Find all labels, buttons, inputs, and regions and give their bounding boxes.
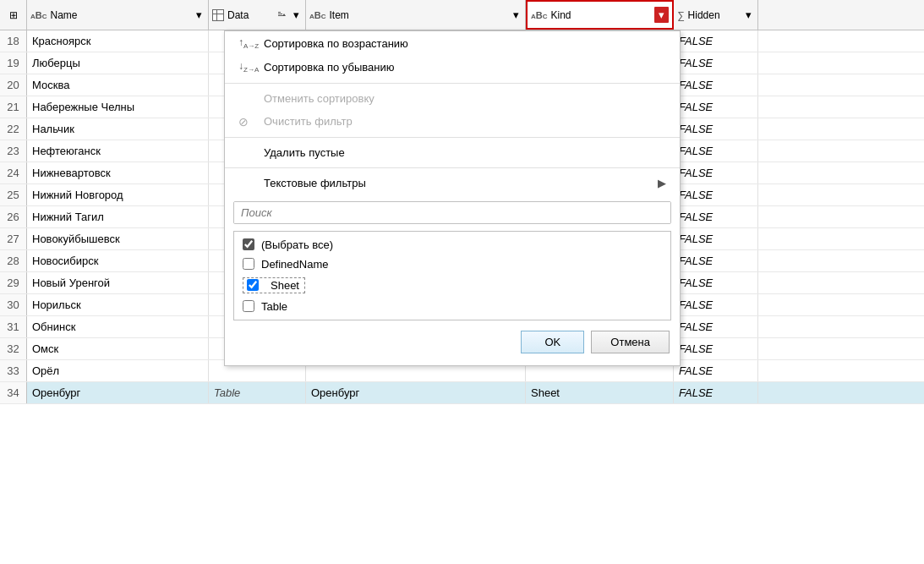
abc-icon-item: ABC xyxy=(309,10,326,20)
data-dropdown-button[interactable]: ▾ xyxy=(291,7,302,23)
cell-name: Набережные Челны xyxy=(27,96,209,118)
cell-index: 32 xyxy=(0,338,27,359)
clear-filter-label: Очистить фильтр xyxy=(264,115,353,128)
text-filters-item[interactable]: Текстовые фильтры ▶ xyxy=(225,172,680,194)
cell-hidden: FALSE xyxy=(674,74,758,96)
defined-name-checkbox[interactable] xyxy=(243,258,254,270)
cell-index: 21 xyxy=(0,96,27,118)
sort-icon-data xyxy=(276,10,287,20)
header-data-label: Data xyxy=(227,9,274,21)
cell-name: Красноярск xyxy=(27,30,209,52)
fx-icon: ∑ xyxy=(677,9,685,21)
checkbox-list: (Выбрать все) DefinedName Sheet Table xyxy=(233,231,671,320)
remove-empty-item[interactable]: Удалить пустые xyxy=(225,141,680,164)
header-name: ABC Name ▾ xyxy=(27,0,209,30)
separator-2 xyxy=(225,137,680,138)
cell-hidden: FALSE xyxy=(674,96,758,118)
abc-icon-kind: ABC xyxy=(531,10,548,20)
select-all-label: (Выбрать все) xyxy=(261,238,333,251)
table-icon: ⊞ xyxy=(9,9,18,21)
submenu-arrow-icon: ▶ xyxy=(658,177,666,189)
table-checkbox[interactable] xyxy=(243,300,254,312)
cell-name: Новый Уренгой xyxy=(27,272,209,293)
header-hidden-label: Hidden xyxy=(688,9,741,21)
sort-desc-icon: ↓Z→A xyxy=(238,60,257,74)
header-row: ⊞ ABC Name ▾ Data ▾ ABC Item ▾ ABC Kind xyxy=(0,0,924,30)
cell-index: 19 xyxy=(0,52,27,74)
header-hidden: ∑ Hidden ▾ xyxy=(674,0,758,30)
defined-name-label: DefinedName xyxy=(261,258,329,271)
kind-filter-button[interactable]: ▾ xyxy=(654,7,669,23)
defined-name-item[interactable]: DefinedName xyxy=(234,255,670,274)
cell-name: Омск xyxy=(27,338,209,359)
cell-kind: Sheet xyxy=(526,382,674,403)
table-row: 34 Оренбург Table Оренбург Sheet FALSE xyxy=(0,382,924,404)
cell-hidden: FALSE xyxy=(674,338,758,359)
select-all-item[interactable]: (Выбрать все) xyxy=(234,235,670,255)
clear-sort-label: Отменить сортировку xyxy=(264,92,375,105)
name-filter-button[interactable]: ▾ xyxy=(194,7,205,23)
separator-3 xyxy=(225,167,680,168)
cell-hidden: FALSE xyxy=(674,206,758,227)
select-all-checkbox[interactable] xyxy=(243,238,254,250)
clear-filter-icon: ⊘ xyxy=(238,115,257,129)
cell-index: 22 xyxy=(0,118,27,140)
remove-empty-label: Удалить пустые xyxy=(264,146,345,159)
cell-hidden: FALSE xyxy=(674,228,758,249)
cell-index: 26 xyxy=(0,206,27,227)
header-item: ABC Item ▾ xyxy=(306,0,526,30)
sort-desc-label: Сортировка по убыванию xyxy=(264,61,394,74)
kind-dropdown-menu: ↑A→Z Сортировка по возрастанию ↓Z→A Сорт… xyxy=(224,30,681,366)
cell-name: Орёл xyxy=(27,360,209,381)
header-item-label: Item xyxy=(330,9,509,21)
cell-name: Новокуйбышевск xyxy=(27,228,209,249)
search-box xyxy=(233,201,671,224)
table-icon-data xyxy=(212,9,224,21)
sheet-label: Sheet xyxy=(271,279,299,292)
cell-name: Норильск xyxy=(27,294,209,315)
cell-hidden: FALSE xyxy=(674,184,758,205)
dialog-buttons: OK Отмена xyxy=(225,324,680,357)
abc-icon-name: ABC xyxy=(30,10,47,20)
cell-hidden: FALSE xyxy=(674,360,758,381)
sort-desc-item[interactable]: ↓Z→A Сортировка по убыванию xyxy=(225,55,680,79)
cell-hidden: FALSE xyxy=(674,30,758,52)
data-filter-button[interactable] xyxy=(274,8,289,22)
table-label: Table xyxy=(261,300,287,313)
header-name-label: Name xyxy=(51,9,192,21)
item-filter-button[interactable]: ▾ xyxy=(511,7,522,23)
cell-name: Москва xyxy=(27,74,209,96)
cancel-button[interactable]: Отмена xyxy=(591,331,670,353)
sheet-checkbox-wrapper: Sheet xyxy=(243,277,305,293)
sort-asc-label: Сортировка по возрастанию xyxy=(264,37,408,50)
cell-name: Нижневартовск xyxy=(27,162,209,183)
header-kind-label: Kind xyxy=(551,9,653,21)
sheet-checkbox[interactable] xyxy=(247,279,259,291)
table-item[interactable]: Table xyxy=(234,297,670,316)
cell-index: 28 xyxy=(0,250,27,271)
hidden-filter-button[interactable]: ▾ xyxy=(743,7,754,23)
cell-name: Люберцы xyxy=(27,52,209,74)
cell-index: 34 xyxy=(0,382,27,403)
cell-index: 23 xyxy=(0,140,27,162)
cell-hidden: FALSE xyxy=(674,294,758,315)
cell-index: 33 xyxy=(0,360,27,381)
separator-1 xyxy=(225,83,680,84)
cell-hidden: FALSE xyxy=(674,316,758,337)
cell-hidden: FALSE xyxy=(674,140,758,162)
clear-sort-item[interactable]: Отменить сортировку xyxy=(225,87,680,110)
sort-asc-icon: ↑A→Z xyxy=(238,36,257,50)
ok-button[interactable]: OK xyxy=(521,331,584,353)
cell-hidden: FALSE xyxy=(674,382,758,403)
cell-data: Table xyxy=(209,382,306,403)
cell-hidden: FALSE xyxy=(674,162,758,183)
cell-index: 30 xyxy=(0,294,27,315)
clear-filter-item[interactable]: ⊘ Очистить фильтр xyxy=(225,110,680,134)
cell-hidden: FALSE xyxy=(674,118,758,140)
sheet-item[interactable]: Sheet xyxy=(234,274,670,297)
cell-hidden: FALSE xyxy=(674,52,758,74)
sort-asc-item[interactable]: ↑A→Z Сортировка по возрастанию xyxy=(225,31,680,55)
cell-name: Оренбург xyxy=(27,382,209,403)
spreadsheet-container: ⊞ ABC Name ▾ Data ▾ ABC Item ▾ ABC Kind xyxy=(0,0,924,564)
search-input[interactable] xyxy=(234,202,670,223)
